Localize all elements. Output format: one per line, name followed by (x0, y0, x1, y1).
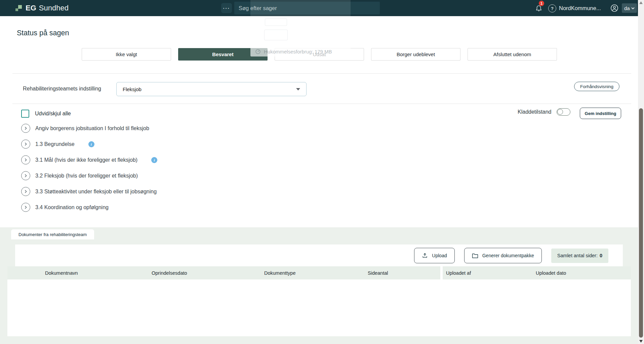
documents-table-header: Dokumentnavn Oprindelsesdato Dokumenttyp… (7, 266, 631, 279)
preview-button[interactable]: Forhåndsvisning (574, 82, 619, 91)
divider (12, 104, 631, 104)
expand-all-label: Udvid/skjul alle (35, 111, 71, 117)
chevron-right-icon[interactable] (21, 155, 30, 164)
accordion-item-label: 1.3 Begrundelse (35, 141, 75, 147)
scrollbar-up-arrow-icon[interactable] (639, 1, 643, 4)
more-menu-button[interactable]: ··· (221, 3, 232, 13)
column-header-dokumentnavn: Dokumentnavn (45, 266, 78, 279)
ghost-overlay-button (264, 30, 288, 40)
draft-mode-row: Kladdetilstand (518, 108, 570, 116)
documents-table-body-empty (7, 279, 631, 336)
total-pages-value: 0 (600, 253, 602, 258)
user-account-icon[interactable] (610, 4, 618, 12)
accordion-item-label: Angiv borgerens jobsituation I forhold t… (35, 125, 149, 131)
indstilling-label: Rehabiliteringsteamets indstilling (23, 86, 101, 92)
language-code: da (624, 5, 630, 11)
divider (12, 73, 631, 74)
info-icon[interactable]: i (88, 141, 94, 147)
chevron-right-icon[interactable] (21, 187, 30, 196)
generate-document-package-button[interactable]: Generer dokumentpakke (464, 248, 542, 263)
indstilling-select[interactable]: Fleksjob (116, 82, 307, 96)
accordion-item-label: 3.3 Støtteaktivitet under fleksjob eller… (35, 189, 157, 195)
status-option-afsluttet-udenom[interactable]: Afsluttet udenom (468, 48, 557, 61)
column-header-oprindelsesdato: Oprindelsesdato (152, 266, 187, 279)
brand-name: Sundhed (39, 4, 69, 12)
status-option-borger-udeblevet[interactable]: Borger udeblevet (371, 48, 460, 61)
memory-usage-overlay: Hukommelsesforbrug: 179 MB (250, 46, 351, 56)
toggle-knob (557, 109, 563, 115)
chevron-right-icon[interactable] (21, 203, 30, 212)
documents-toolbar: Upload Generer dokumentpakke Samlet anta… (15, 244, 623, 267)
scrollbar[interactable] (638, 0, 644, 344)
total-pages-chip: Samlet antal sider: 0 (551, 249, 608, 263)
app-title: EG Sundhed (26, 4, 69, 12)
app-logo[interactable]: EG Sundhed (15, 0, 69, 16)
column-header-uploadet-af: Uploadet af (446, 266, 471, 279)
chevron-right-icon[interactable] (21, 140, 30, 149)
upload-icon (422, 253, 428, 259)
accordion-item-maal[interactable]: 3.1 Mål (hvis der ikke foreligger et fle… (12, 152, 517, 168)
tab-dokumenter-fra-rehabiliteringsteam[interactable]: Dokumenter fra rehabiliteringsteam (11, 229, 94, 239)
scrollbar-down-arrow-icon[interactable] (639, 340, 643, 343)
accordion-item-label: 3.1 Mål (hvis der ikke foreligger et fle… (35, 157, 137, 163)
brand-bold: EG (26, 4, 36, 12)
column-group-divider (440, 266, 443, 279)
expand-all-checkbox[interactable] (21, 110, 29, 118)
folder-icon (472, 253, 478, 259)
select-caret-icon (296, 88, 300, 90)
indstilling-selected-value: Fleksjob (123, 86, 142, 92)
info-icon[interactable]: i (151, 157, 157, 163)
expand-collapse-all-row: Udvid/skjul alle (21, 110, 71, 118)
accordion-item-label: 3.4 Koordination og opfølgning (35, 204, 109, 211)
chevron-down-icon (631, 7, 635, 9)
column-header-uploadet-dato: Uploadet dato (536, 266, 566, 279)
chevron-right-icon[interactable] (21, 171, 30, 180)
app-root: EG Sundhed ··· 1 ? NordKommune... da (0, 0, 644, 344)
language-selector[interactable]: da (622, 3, 637, 13)
accordion-item-fleksjob[interactable]: 3.2 Fleksjob (hvis der foreligger et fle… (12, 168, 517, 184)
generate-button-label: Generer dokumentpakke (482, 253, 534, 258)
draft-mode-toggle[interactable] (557, 108, 570, 116)
save-settings-button[interactable]: Gem indstilling (580, 108, 621, 119)
help-icon[interactable]: ? (548, 4, 556, 12)
accordion-item-koordination[interactable]: 3.4 Koordination og opfølgning (12, 199, 517, 215)
accordion-item-stoetteaktivitet[interactable]: 3.3 Støtteaktivitet under fleksjob eller… (12, 184, 517, 199)
page-title: Status på sagen (17, 29, 69, 37)
draft-mode-label: Kladdetilstand (518, 109, 552, 115)
total-pages-label: Samlet antal sider: (557, 253, 598, 258)
accordion-item-label: 3.2 Fleksjob (hvis der foreligger et fle… (35, 173, 138, 179)
upload-button[interactable]: Upload (414, 248, 454, 263)
organization-name[interactable]: NordKommune... (559, 0, 601, 16)
accordion-item-jobsituation[interactable]: Angiv borgerens jobsituation I forhold t… (12, 120, 517, 136)
accordion-item-begrundelse[interactable]: 1.3 Begrundelse i (12, 136, 517, 152)
memory-usage-text: Hukommelsesforbrug: 179 MB (264, 49, 332, 54)
ghost-overlay-button (265, 18, 287, 26)
gauge-icon (255, 49, 261, 54)
status-option-ikke-valgt[interactable]: Ikke valgt (82, 48, 171, 61)
scrollbar-thumb[interactable] (639, 108, 643, 338)
upload-button-label: Upload (432, 253, 447, 258)
column-header-sideantal: Sideantal (368, 266, 388, 279)
notification-badge: 1 (539, 1, 544, 6)
column-header-dokumenttype: Dokumenttype (264, 266, 296, 279)
eg-logo-icon (15, 4, 22, 12)
chevron-right-icon[interactable] (21, 124, 30, 133)
